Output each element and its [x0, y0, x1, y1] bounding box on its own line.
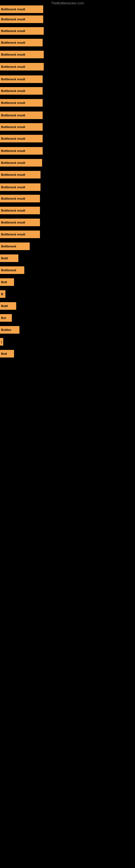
bottleneck-result-label: Bott: [1, 352, 7, 355]
bottleneck-result-bar[interactable]: Bottleneck result: [0, 5, 43, 13]
bottleneck-result-bar[interactable]: Bottleneck result: [0, 219, 40, 226]
bottleneck-result-label: Bottleneck result: [1, 233, 25, 236]
bottleneck-result-bar[interactable]: Bottleneck: [0, 267, 24, 274]
bottleneck-result-bar[interactable]: Bottleneck result: [0, 171, 41, 179]
bottleneck-result-label: Bottleneck result: [1, 53, 25, 56]
bottleneck-result-label: Bottleneck result: [1, 78, 25, 81]
bottleneck-result-bar[interactable]: |: [0, 338, 3, 346]
bottleneck-result-label: Bottleneck result: [1, 114, 25, 117]
bottleneck-result-bar[interactable]: Bottleneck result: [0, 87, 43, 95]
bottleneck-result-label: Bottleneck result: [1, 65, 25, 68]
bottleneck-result-label: Bottleneck result: [1, 173, 25, 176]
bottleneck-result-label: B: [1, 292, 3, 296]
bottleneck-result-bar[interactable]: Bottleneck result: [0, 39, 43, 46]
bottleneck-result-bar[interactable]: Bottleneck result: [0, 123, 43, 131]
bottleneck-result-bar[interactable]: Bottleneck result: [0, 207, 40, 214]
bottleneck-result-bar[interactable]: Bottleneck result: [0, 75, 43, 83]
bottleneck-result-label: Bottleneck result: [1, 8, 25, 11]
bottleneck-result-label: Bot: [1, 316, 6, 319]
bottleneck-result-label: Bottleneck result: [1, 101, 25, 104]
bottleneck-result-bar[interactable]: Bottl: [0, 254, 18, 262]
bottleneck-result-label: Bottleneck result: [1, 186, 25, 189]
bottleneck-result-label: Bottl: [1, 257, 8, 260]
bottleneck-result-label: Bottlen: [1, 328, 11, 332]
bottleneck-result-bar[interactable]: Bottleneck result: [0, 195, 40, 203]
bottleneck-result-bar[interactable]: Bottleneck result: [0, 63, 44, 70]
bottleneck-result-bar[interactable]: Bottleneck result: [0, 112, 43, 119]
bottleneck-result-label: Bottleneck: [1, 269, 16, 272]
bottleneck-result-label: Bottleneck result: [1, 89, 25, 93]
bottleneck-result-label: Bottleneck result: [1, 29, 25, 33]
bottleneck-result-label: Bottleneck result: [1, 149, 25, 152]
bottleneck-result-bar[interactable]: B: [0, 290, 5, 298]
bottleneck-result-label: Bottleneck: [1, 245, 16, 248]
bottleneck-result-bar[interactable]: Bottleneck result: [0, 51, 44, 58]
bottleneck-result-bar[interactable]: Bottleneck result: [0, 183, 41, 191]
bottleneck-result-bar[interactable]: Bottleneck result: [0, 159, 42, 166]
bottleneck-result-label: Bottl: [1, 304, 8, 308]
bottleneck-result-label: |: [1, 340, 2, 343]
bottleneck-result-bar[interactable]: Bottleneck: [0, 243, 30, 250]
bottleneck-result-bar[interactable]: Bottleneck result: [0, 230, 40, 238]
bottleneck-result-bar[interactable]: Bottlen: [0, 326, 19, 334]
bottleneck-result-label: Bottleneck result: [1, 137, 25, 140]
bottleneck-result-bar[interactable]: Bottleneck result: [0, 99, 43, 106]
bottleneck-result-label: Bottleneck result: [1, 125, 25, 129]
bottleneck-result-label: Bottleneck result: [1, 41, 25, 44]
bottleneck-result-label: Bottleneck result: [1, 209, 25, 212]
bottleneck-result-label: Bott: [1, 280, 7, 284]
bottleneck-result-bar[interactable]: Bottleneck result: [0, 147, 43, 155]
bottleneck-result-label: Bottleneck result: [1, 197, 25, 200]
bottleneck-result-label: Bottleneck result: [1, 221, 25, 224]
bottleneck-result-bar[interactable]: Bott: [0, 278, 14, 286]
bottleneck-result-bar[interactable]: Bot: [0, 314, 12, 322]
bottleneck-result-bar[interactable]: Bottleneck result: [0, 135, 43, 143]
bottleneck-result-bar[interactable]: Bottleneck result: [0, 27, 44, 35]
bottleneck-result-label: Bottleneck result: [1, 161, 25, 164]
bottleneck-result-bar[interactable]: Bott: [0, 350, 14, 358]
bottleneck-result-bar[interactable]: Bottleneck result: [0, 16, 43, 23]
bottleneck-result-label: Bottleneck result: [1, 18, 25, 21]
bottleneck-result-bar[interactable]: Bottl: [0, 302, 16, 310]
